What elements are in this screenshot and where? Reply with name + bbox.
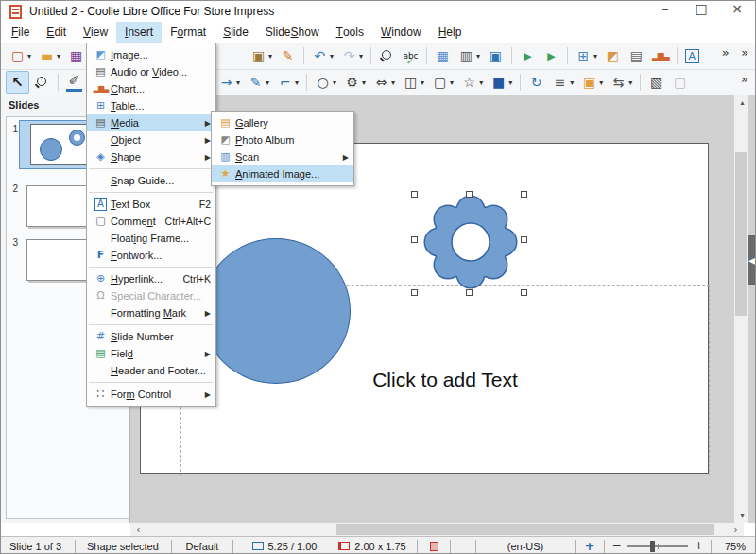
status-language[interactable]: (en-US) bbox=[480, 541, 571, 552]
insert-media-button[interactable]: ▤ bbox=[626, 44, 647, 67]
block-arrows-button[interactable]: ⇔ bbox=[370, 71, 398, 94]
fit-slide-icon[interactable]: + bbox=[579, 538, 600, 554]
menu-item-header-and-footer[interactable]: Header and Footer... bbox=[87, 362, 215, 379]
status-zoom-level[interactable]: 75% bbox=[715, 541, 755, 552]
menu-window[interactable]: Window bbox=[372, 22, 430, 43]
menu-edit[interactable]: Edit bbox=[38, 22, 75, 43]
selection-handle-sw[interactable] bbox=[411, 289, 418, 296]
toolbar-options-icon[interactable]: » bbox=[735, 44, 754, 67]
paste-button[interactable]: ▣ bbox=[248, 44, 275, 67]
menu-item-snap-guide[interactable]: Snap Guide... bbox=[87, 172, 215, 189]
vertical-scrollbar-thumb[interactable] bbox=[735, 152, 747, 316]
menu-slide[interactable]: Slide bbox=[215, 22, 257, 43]
clone-formatting-button[interactable]: ✎ bbox=[277, 44, 299, 67]
new-button[interactable]: ▢ bbox=[7, 44, 34, 67]
3d-objects-button[interactable]: ■ bbox=[488, 71, 515, 94]
hscroll-right-icon[interactable]: › bbox=[728, 523, 744, 536]
interaction-button[interactable]: ✐ bbox=[63, 71, 85, 94]
symbol-shapes-button[interactable]: ⚙ bbox=[341, 71, 369, 94]
zoom-out-icon[interactable]: − bbox=[609, 538, 625, 554]
menu-item-object[interactable]: Object ▶ bbox=[87, 131, 215, 148]
callouts-button[interactable]: ▢ bbox=[429, 71, 456, 94]
menu-item-fontwork[interactable]: F Fontwork... bbox=[87, 247, 215, 264]
start-current-slide-button[interactable]: ▶ bbox=[541, 44, 562, 67]
submenu-item-scan[interactable]: ▥ Scan ▶ bbox=[212, 148, 353, 165]
selection-handle-w[interactable] bbox=[411, 236, 418, 243]
connectors-button[interactable]: ⌐ bbox=[274, 71, 301, 94]
menu-slide-show[interactable]: Slide Show bbox=[257, 22, 328, 43]
find-replace-button[interactable] bbox=[376, 44, 398, 67]
menu-item-shape[interactable]: ◈ Shape ▶ bbox=[87, 148, 215, 165]
selection-handle-nw[interactable] bbox=[411, 191, 418, 198]
menu-item-form-control[interactable]: ∷ Form Control ▶ bbox=[87, 386, 215, 403]
overflow-icon[interactable]: » bbox=[716, 44, 735, 67]
selection-handle-e[interactable] bbox=[521, 236, 527, 243]
menu-format[interactable]: Format bbox=[162, 22, 215, 43]
menu-item-audio-or-video[interactable]: ▤ Audio or Video... bbox=[87, 63, 215, 80]
shadow-button[interactable]: ▧ bbox=[645, 71, 667, 94]
flower-shape[interactable] bbox=[421, 193, 520, 291]
insert-table-button[interactable]: ⊞ bbox=[573, 44, 600, 67]
zoom-slider[interactable] bbox=[627, 545, 688, 547]
minimize-icon[interactable]: – bbox=[647, 1, 683, 22]
selection-handle-ne[interactable] bbox=[521, 191, 527, 198]
master-slide-button[interactable]: ▣ bbox=[485, 44, 507, 67]
menu-item-field[interactable]: ▤ Field ▶ bbox=[87, 345, 215, 362]
close-icon[interactable]: × bbox=[719, 1, 755, 22]
arrange-button[interactable]: ▣ bbox=[578, 71, 606, 94]
menu-item-media[interactable]: ▤ Media ▶ bbox=[87, 114, 215, 131]
vscroll-up-icon[interactable]: ▴ bbox=[734, 95, 750, 110]
insert-chart-button[interactable]: ▂▆▃ bbox=[649, 44, 672, 67]
flowchart-button[interactable]: ◫ bbox=[400, 71, 427, 94]
maximize-icon[interactable]: □ bbox=[683, 1, 719, 22]
rotate-button[interactable]: ↻ bbox=[525, 71, 547, 94]
zoom-in-icon[interactable]: + bbox=[691, 538, 707, 554]
menu-item-text-box[interactable]: A Text Box F2 bbox=[87, 196, 215, 213]
display-views-button[interactable]: ▥ bbox=[455, 44, 483, 67]
display-grid-button[interactable]: ▦ bbox=[432, 44, 454, 67]
status-template[interactable]: Default bbox=[176, 541, 229, 552]
menu-item-image[interactable]: ◩ Image... bbox=[87, 46, 215, 63]
basic-shapes-button[interactable]: ○ bbox=[312, 71, 339, 94]
submenu-item-gallery[interactable]: ▤ Gallery bbox=[212, 114, 353, 131]
vertical-scrollbar[interactable]: ▴ ▾ bbox=[734, 95, 748, 523]
menu-item-chart[interactable]: ▂▆▃ Chart... bbox=[87, 80, 215, 97]
start-first-slide-button[interactable]: ▶ bbox=[517, 44, 539, 67]
selection-handle-se[interactable] bbox=[521, 289, 527, 296]
drawing-options-icon[interactable]: » bbox=[735, 71, 754, 94]
sidebar-grip[interactable]: ◂ bbox=[748, 235, 755, 285]
horizontal-scrollbar[interactable]: ‹ › bbox=[130, 523, 744, 536]
lines-arrows-button[interactable]: → bbox=[215, 71, 243, 94]
insert-textbox-button[interactable]: A bbox=[682, 44, 702, 67]
selection-handle-n[interactable] bbox=[466, 191, 472, 198]
distribute-button[interactable]: ⇆ bbox=[608, 71, 635, 94]
undo-button[interactable]: ↶ bbox=[309, 44, 336, 67]
curves-polygons-button[interactable]: ✎ bbox=[245, 71, 272, 94]
menu-file[interactable]: File bbox=[3, 22, 38, 43]
ellipse-shape[interactable] bbox=[201, 238, 351, 384]
align-button[interactable]: ≡ bbox=[549, 71, 576, 94]
menu-view[interactable]: View bbox=[75, 22, 116, 43]
menu-item-floating-frame[interactable]: Floating Frame... bbox=[87, 230, 215, 247]
selection-handle-s[interactable] bbox=[466, 289, 472, 296]
menu-help[interactable]: Help bbox=[430, 22, 471, 43]
open-button[interactable]: ▬ bbox=[36, 44, 63, 67]
select-button[interactable]: ↖ bbox=[6, 71, 29, 94]
insert-image-button[interactable]: ◩ bbox=[602, 44, 624, 67]
hscroll-left-icon[interactable]: ‹ bbox=[130, 523, 146, 536]
submenu-item-photo-album[interactable]: ◩ Photo Album bbox=[212, 131, 353, 148]
menu-item-table[interactable]: ⊞ Table... bbox=[87, 97, 215, 114]
menu-item-comment[interactable]: ▢ Comment Ctrl+Alt+C bbox=[87, 213, 215, 230]
spelling-button[interactable]: abc bbox=[400, 44, 421, 67]
menu-item-hyperlink[interactable]: ⊕ Hyperlink... Ctrl+K bbox=[87, 270, 215, 287]
menu-item-formatting-mark[interactable]: Formatting Mark ▶ bbox=[87, 304, 215, 321]
menu-insert[interactable]: Insert bbox=[116, 22, 162, 43]
menu-tools[interactable]: Tools bbox=[328, 22, 372, 43]
zoom-button[interactable] bbox=[31, 71, 53, 94]
menu-item-slide-number[interactable]: # Slide Number bbox=[87, 328, 215, 345]
status-modified[interactable] bbox=[421, 542, 446, 551]
stars-banners-button[interactable]: ☆ bbox=[458, 71, 486, 94]
redo-button[interactable]: ↷ bbox=[338, 44, 366, 67]
zoom-slider-thumb[interactable] bbox=[650, 541, 655, 552]
horizontal-scrollbar-thumb[interactable] bbox=[336, 524, 714, 535]
